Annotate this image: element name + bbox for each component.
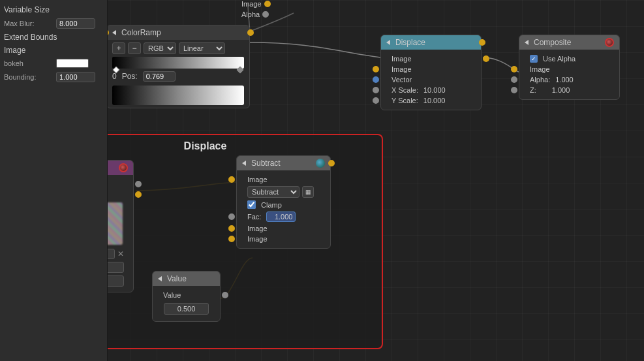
composite-alpha-label: Alpha: — [530, 76, 550, 84]
displace-top-node: Displace Image Image Vector X Scale: 10.… — [380, 35, 482, 110]
pos1-label: Pos: — [122, 72, 138, 81]
composite-title: Composite — [534, 38, 571, 47]
displace-yscale-row: Y Scale: 10.000 — [386, 95, 476, 106]
sidebar-row-max-blur: Max Blur: — [4, 18, 103, 29]
add-stop-button[interactable]: + — [112, 42, 125, 54]
subtract-fac-row: Fac: — [242, 210, 325, 223]
displace-image-in-socket[interactable] — [373, 66, 379, 72]
subtract-fac-socket[interactable] — [228, 213, 235, 220]
subtract-node: Subtract Image Subtract Add Multiply ▦ — [236, 155, 331, 249]
subtract-image-mid-row: Image — [242, 223, 325, 234]
subtract-collapse-icon[interactable] — [242, 161, 246, 166]
subtract-fac-label: Fac: — [247, 213, 261, 221]
composite-node: Composite ✓ Use Alpha Image Alpha: 1.000… — [519, 35, 620, 100]
subtract-mode-icon[interactable]: ▦ — [302, 186, 314, 198]
image-label: Image — [4, 46, 25, 55]
value-header: Value — [153, 272, 220, 286]
subtract-image-bot-socket[interactable] — [228, 236, 235, 242]
subtract-clamp-label: Clamp — [261, 201, 282, 209]
subtract-image-bot-label: Image — [247, 235, 268, 243]
displace-yscale-label: Y Scale: — [391, 97, 418, 104]
composite-image-label: Image — [530, 65, 550, 73]
texture-remove-button[interactable]: ✕ — [117, 249, 124, 259]
subtract-mode-row: Subtract Add Multiply ▦ — [242, 185, 325, 199]
extend-bounds-label: Extend Bounds — [4, 33, 57, 42]
displace-collapse-icon[interactable] — [386, 40, 390, 45]
top-sockets-right: Image Alpha — [241, 0, 281, 18]
composite-header: Composite — [519, 35, 619, 50]
displace-xscale-label: X Scale: — [391, 86, 418, 94]
texture-color-socket[interactable] — [135, 191, 142, 198]
composite-body: ✓ Use Alpha Image Alpha: 1.000 Z: 1.000 — [519, 50, 619, 99]
displace-vector-socket[interactable] — [373, 76, 379, 83]
displace-yscale-socket[interactable] — [373, 97, 379, 104]
displace-image-out-socket[interactable] — [483, 55, 489, 62]
displace-body: Image Image Vector X Scale: 10.000 Y Sca… — [381, 50, 481, 110]
color-ramp-output-socket[interactable] — [247, 29, 254, 36]
subtract-image-mid-socket[interactable] — [228, 225, 235, 232]
value-input[interactable] — [164, 303, 209, 315]
color-ramp-node: ColorRamp + − RGB HSV Linear Ease Consta… — [106, 25, 250, 108]
subtract-image-top-row: Image — [242, 174, 325, 185]
value-node: Value Value — [152, 271, 221, 322]
composite-image-row: Image — [525, 64, 614, 74]
value-output-socket[interactable] — [222, 292, 228, 298]
subtract-image-bot-row: Image — [242, 234, 325, 244]
max-blur-input[interactable] — [56, 18, 95, 29]
displace-vector-label: Vector — [391, 76, 412, 84]
subtract-image-mid-label: Image — [247, 225, 268, 232]
composite-z-socket[interactable] — [511, 87, 517, 93]
displace-xscale-value: 10.000 — [423, 86, 446, 94]
color-mode-select[interactable]: RGB HSV — [144, 42, 176, 54]
composite-alpha-value: 1.000 — [555, 76, 574, 84]
sidebar-row-extend-bounds: Extend Bounds — [4, 33, 103, 42]
displace-title: Displace — [395, 38, 425, 47]
value-port-label: Value — [163, 291, 181, 299]
displace-header: Displace — [381, 35, 481, 50]
subtract-output-socket[interactable] — [328, 160, 335, 166]
sidebar-row-image: Image — [4, 46, 103, 55]
color-ramp-values: 0 Pos: — [107, 69, 249, 84]
variable-size-label: Variable Size — [4, 5, 50, 14]
bounding-input[interactable] — [56, 72, 95, 82]
composite-use-alpha-row: ✓ Use Alpha — [525, 54, 614, 64]
bokeh-label: bokeh — [4, 59, 56, 67]
composite-z-row: Z: 1.000 — [525, 85, 614, 95]
texture-value-socket[interactable] — [135, 181, 142, 187]
collapse-icon[interactable] — [112, 30, 116, 35]
subtract-fac-input[interactable] — [266, 212, 296, 222]
subtract-clamp-row: Clamp — [242, 199, 325, 210]
bokeh-color-swatch[interactable] — [56, 59, 89, 68]
subtract-clamp-checkbox[interactable] — [247, 200, 256, 209]
pos1-input[interactable] — [143, 71, 176, 82]
value-body: Value — [153, 286, 220, 321]
value-collapse-icon[interactable] — [158, 276, 162, 281]
gradient-bar[interactable] — [112, 57, 244, 69]
displace-image-in-label: Image — [391, 65, 412, 73]
displace-xscale-socket[interactable] — [373, 87, 379, 93]
use-alpha-checkbox[interactable]: ✓ — [530, 55, 538, 63]
displace-image-in-row: Image — [386, 64, 476, 74]
displace-vector-row: Vector — [386, 74, 476, 85]
node-editor: Variable Size Max Blur: Extend Bounds Im… — [0, 0, 644, 361]
top-image-label: Image — [241, 0, 262, 8]
composite-image-socket[interactable] — [511, 66, 517, 72]
composite-alpha-socket[interactable] — [511, 76, 517, 83]
color-ramp-header: ColorRamp — [107, 25, 249, 40]
color-ramp-controls: + − RGB HSV Linear Ease Constant — [107, 40, 249, 57]
texture-icon — [119, 163, 128, 172]
max-blur-label: Max Blur: — [4, 20, 56, 27]
interpolation-select[interactable]: Linear Ease Constant — [179, 42, 225, 54]
composite-collapse-icon[interactable] — [525, 40, 529, 45]
displace-output-socket[interactable] — [479, 39, 485, 46]
displace-xscale-row: X Scale: 10.000 — [386, 85, 476, 95]
bounding-label: Bounding: — [4, 73, 56, 81]
subtract-header: Subtract — [237, 156, 330, 170]
subtract-image-top-socket[interactable] — [228, 176, 235, 183]
subtract-mode-select[interactable]: Subtract Add Multiply — [247, 186, 299, 198]
sidebar-row-bokeh: bokeh — [4, 59, 103, 68]
group-title: Displace — [184, 140, 227, 152]
remove-stop-button[interactable]: − — [128, 42, 141, 54]
displace-image-out-label: Image — [391, 55, 412, 63]
subtract-icon — [316, 159, 325, 168]
